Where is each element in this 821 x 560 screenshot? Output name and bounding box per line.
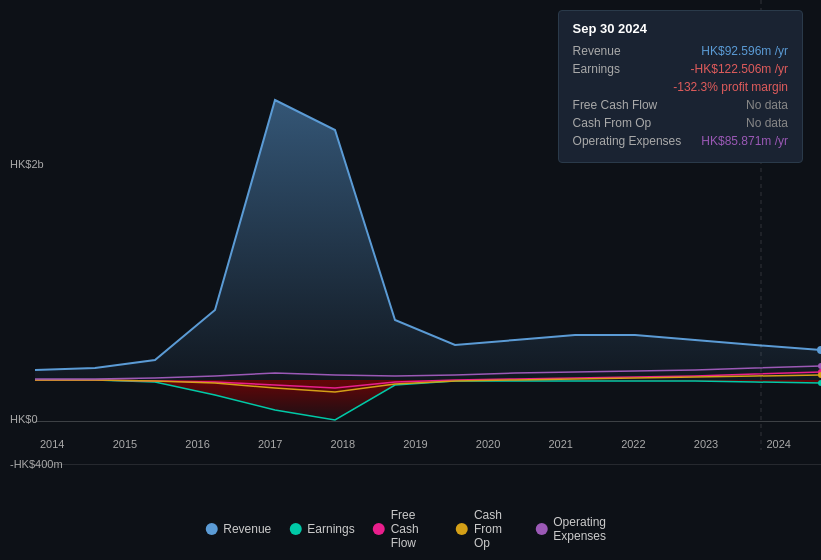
x-label-2020: 2020 xyxy=(476,438,500,450)
legend-item-revenue[interactable]: Revenue xyxy=(205,522,271,536)
tooltip-box: Sep 30 2024 Revenue HK$92.596m /yr Earni… xyxy=(558,10,803,163)
tooltip-earnings-value: -HK$122.506m /yr xyxy=(691,62,788,76)
legend-label-cashfromop: Cash From Op xyxy=(474,508,517,550)
legend-dot-earnings xyxy=(289,523,301,535)
x-label-2015: 2015 xyxy=(113,438,137,450)
x-label-2021: 2021 xyxy=(548,438,572,450)
tooltip-fcf-row: Free Cash Flow No data xyxy=(573,98,788,112)
legend: Revenue Earnings Free Cash Flow Cash Fro… xyxy=(205,508,616,550)
x-labels: 2014 2015 2016 2017 2018 2019 2020 2021 … xyxy=(0,438,821,450)
legend-label-opex: Operating Expenses xyxy=(553,515,615,543)
tooltip-cashfromop-label: Cash From Op xyxy=(573,116,652,130)
x-label-2019: 2019 xyxy=(403,438,427,450)
legend-item-earnings[interactable]: Earnings xyxy=(289,522,354,536)
tooltip-cashfromop-row: Cash From Op No data xyxy=(573,116,788,130)
chart-area: HK$2b HK$0 -HK$400m xyxy=(0,0,821,510)
legend-item-cashfromop[interactable]: Cash From Op xyxy=(456,508,517,550)
tooltip-opex-label: Operating Expenses xyxy=(573,134,682,148)
neg-line xyxy=(35,464,821,465)
legend-dot-fcf xyxy=(373,523,385,535)
tooltip-cashfromop-value: No data xyxy=(746,116,788,130)
legend-label-revenue: Revenue xyxy=(223,522,271,536)
tooltip-earnings-label: Earnings xyxy=(573,62,620,76)
tooltip-revenue-label: Revenue xyxy=(573,44,621,58)
tooltip-opex-value: HK$85.871m /yr xyxy=(701,134,788,148)
tooltip-fcf-label: Free Cash Flow xyxy=(573,98,658,112)
tooltip-margin-row: -132.3% profit margin xyxy=(573,80,788,94)
x-label-2014: 2014 xyxy=(40,438,64,450)
x-label-2022: 2022 xyxy=(621,438,645,450)
tooltip-date: Sep 30 2024 xyxy=(573,21,788,36)
legend-dot-cashfromop xyxy=(456,523,468,535)
x-label-2017: 2017 xyxy=(258,438,282,450)
tooltip-margin-value: -132.3% profit margin xyxy=(673,80,788,94)
tooltip-earnings-row: Earnings -HK$122.506m /yr xyxy=(573,62,788,76)
tooltip-revenue-row: Revenue HK$92.596m /yr xyxy=(573,44,788,58)
legend-item-fcf[interactable]: Free Cash Flow xyxy=(373,508,438,550)
legend-dot-revenue xyxy=(205,523,217,535)
legend-label-fcf: Free Cash Flow xyxy=(391,508,438,550)
x-label-2016: 2016 xyxy=(185,438,209,450)
legend-label-earnings: Earnings xyxy=(307,522,354,536)
x-label-2024: 2024 xyxy=(766,438,790,450)
tooltip-opex-row: Operating Expenses HK$85.871m /yr xyxy=(573,134,788,148)
x-label-2023: 2023 xyxy=(694,438,718,450)
tooltip-fcf-value: No data xyxy=(746,98,788,112)
tooltip-revenue-value: HK$92.596m /yr xyxy=(701,44,788,58)
legend-item-opex[interactable]: Operating Expenses xyxy=(535,515,615,543)
x-label-2018: 2018 xyxy=(331,438,355,450)
legend-dot-opex xyxy=(535,523,547,535)
y-label-zero: HK$0 xyxy=(10,413,38,425)
